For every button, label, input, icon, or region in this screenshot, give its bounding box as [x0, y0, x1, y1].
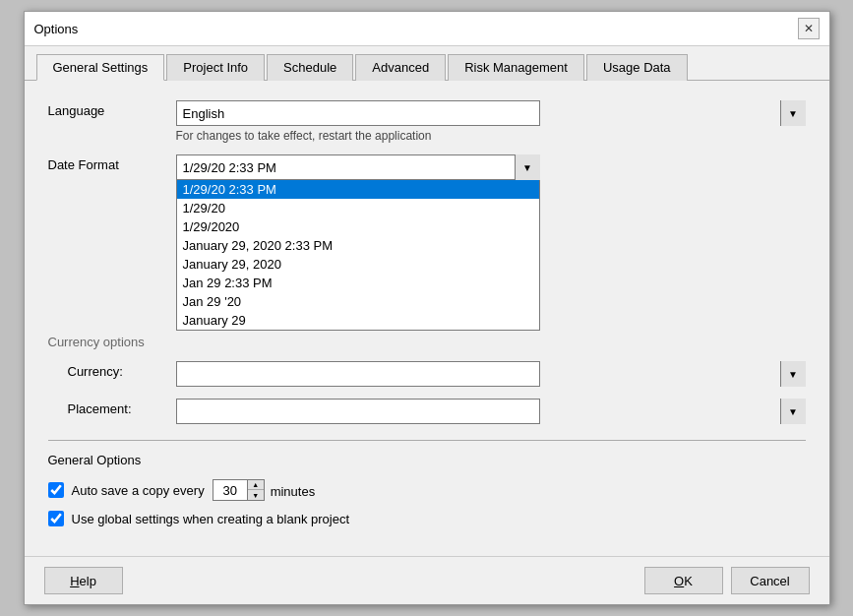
date-format-item-5[interactable]: Jan 29 2:33 PM [177, 274, 539, 292]
dialog-footer: Help OK Cancel [25, 556, 829, 604]
placement-dropdown-arrow-icon: ▼ [780, 399, 806, 424]
language-label: Language [48, 100, 176, 118]
auto-save-label: Auto save a copy every [72, 483, 205, 498]
date-format-item-4[interactable]: January 29, 2020 [177, 255, 539, 274]
language-dropdown-arrow-icon: ▼ [780, 100, 806, 126]
general-options-label: General Options [48, 453, 806, 467]
language-select[interactable]: English French German Spanish [176, 100, 540, 126]
language-hint: For changes to take effect, restart the … [176, 129, 806, 143]
tab-project-info[interactable]: Project Info [166, 54, 265, 81]
auto-save-spinner: ▲ ▼ [213, 479, 265, 501]
spinner-up-button[interactable]: ▲ [248, 480, 264, 490]
date-format-input[interactable]: 1/29/20 2:33 PM [176, 154, 540, 180]
placement-row: Placement: ▼ [48, 399, 806, 424]
currency-dropdown-arrow-icon: ▼ [780, 361, 806, 387]
currency-select-wrapper: ▼ [176, 361, 806, 387]
options-dialog: Options ✕ General Settings Project Info … [24, 11, 830, 605]
date-format-item-7[interactable]: January 29 [177, 311, 539, 330]
currency-select[interactable] [176, 361, 540, 387]
placement-select[interactable] [176, 399, 540, 424]
date-format-dropdown-btn[interactable]: ▼ [515, 154, 540, 180]
date-format-value: 1/29/20 2:33 PM [183, 160, 276, 175]
currency-section: Currency options Currency: ▼ Placement: [48, 335, 806, 424]
language-row: Language English French German Spanish ▼… [48, 100, 806, 143]
general-options-section: General Options Auto save a copy every ▲… [48, 453, 806, 526]
cancel-label: Cancel [750, 574, 789, 588]
placement-field-area: ▼ [176, 399, 806, 424]
ok-label-rest: K [684, 574, 693, 588]
auto-save-row: Auto save a copy every ▲ ▼ minutes [48, 479, 806, 501]
minutes-label: minutes [271, 481, 316, 499]
date-format-container: 1/29/20 2:33 PM ▼ 1/29/20 2:33 PM 1/29/2… [176, 154, 540, 180]
content-area: Language English French German Spanish ▼… [25, 81, 829, 556]
spinner-buttons: ▲ ▼ [248, 479, 265, 501]
date-format-item-1[interactable]: 1/29/20 [177, 199, 539, 217]
currency-field-area: ▼ [176, 361, 806, 387]
date-format-item-2[interactable]: 1/29/2020 [177, 217, 539, 236]
section-divider [48, 440, 806, 441]
spinner-down-button[interactable]: ▼ [248, 490, 264, 500]
tab-usage-data[interactable]: Usage Data [586, 54, 688, 81]
cancel-button[interactable]: Cancel [731, 567, 810, 594]
auto-save-checkbox[interactable] [48, 482, 64, 498]
currency-section-label: Currency options [48, 335, 806, 349]
language-field-area: English French German Spanish ▼ For chan… [176, 100, 806, 143]
tab-risk-management[interactable]: Risk Management [448, 54, 584, 81]
currency-row: Currency: ▼ [48, 361, 806, 387]
auto-save-value-input[interactable] [213, 479, 248, 501]
global-settings-row: Use global settings when creating a blan… [48, 511, 806, 526]
tab-schedule[interactable]: Schedule [267, 54, 353, 81]
date-format-item-3[interactable]: January 29, 2020 2:33 PM [177, 236, 539, 255]
footer-right: OK Cancel [644, 567, 810, 594]
ok-underline: O [674, 574, 684, 588]
tab-general-settings[interactable]: General Settings [36, 54, 165, 81]
placement-field-label: Placement: [48, 399, 176, 416]
tab-bar: General Settings Project Info Schedule A… [25, 46, 829, 81]
placement-select-wrapper: ▼ [176, 399, 806, 424]
help-underline: H [70, 574, 79, 588]
title-bar: Options ✕ [25, 12, 829, 46]
ok-button[interactable]: OK [644, 567, 723, 594]
close-button[interactable]: ✕ [798, 18, 820, 39]
date-format-dropdown-list: 1/29/20 2:33 PM 1/29/20 1/29/2020 Januar… [176, 180, 540, 331]
dialog-title: Options [34, 22, 79, 36]
date-format-field-area: 1/29/20 2:33 PM ▼ 1/29/20 2:33 PM 1/29/2… [176, 154, 806, 180]
date-format-item-0[interactable]: 1/29/20 2:33 PM [177, 180, 539, 199]
global-settings-checkbox[interactable] [48, 511, 64, 526]
language-select-wrapper: English French German Spanish ▼ [176, 100, 806, 126]
date-format-row: Date Format 1/29/20 2:33 PM ▼ 1/29/20 2:… [48, 154, 806, 180]
date-format-arrow-icon: ▼ [522, 162, 532, 173]
tab-advanced[interactable]: Advanced [355, 54, 446, 81]
global-settings-label: Use global settings when creating a blan… [72, 512, 350, 526]
date-format-label: Date Format [48, 154, 176, 172]
currency-field-label: Currency: [48, 361, 176, 379]
help-label-rest: elp [80, 574, 96, 588]
help-button[interactable]: Help [44, 567, 123, 594]
date-format-item-6[interactable]: Jan 29 '20 [177, 292, 539, 311]
